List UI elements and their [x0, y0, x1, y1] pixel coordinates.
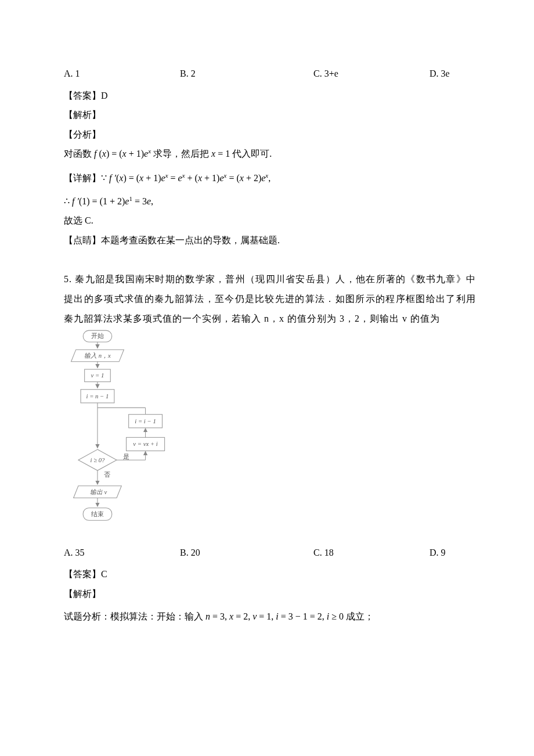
q5-eq5: ≥ 0 — [331, 611, 346, 621]
q4-option-a: A. 1 — [64, 64, 180, 84]
q5-jiexi: 【解析】 — [64, 584, 476, 604]
fc-step1: v = 1 — [91, 372, 104, 379]
q4-option-c: C. 3+e — [313, 64, 430, 84]
q4-xiangjie-line1: 【详解】∵ f ′(x) = (x + 1)ex = ex + (x + 1)e… — [64, 168, 476, 188]
fc-yes: 是 — [123, 453, 129, 460]
q5-eq4: = 3 − 1 = 2, — [281, 611, 327, 621]
fc-end: 结束 — [91, 510, 104, 517]
q4-option-d: D. 3e — [430, 64, 488, 84]
xj2-comma: , — [151, 196, 153, 206]
fenxi-plus1: + 1) — [127, 149, 144, 159]
fc-input: 输入 n，x — [84, 352, 111, 359]
q5-math2: x — [229, 611, 236, 621]
q5-option-b: B. 20 — [180, 543, 313, 563]
fenxi-eq1: = 1 — [218, 149, 232, 159]
fenxi-x1: x — [102, 149, 106, 159]
fc-step2: i = n − 1 — [86, 393, 109, 399]
xj2-e2: e — [147, 196, 151, 206]
dianqing-text: 本题考查函数在某一点出的导数，属基础题. — [101, 235, 280, 245]
fc-branch-body: v = vx + i — [133, 440, 157, 447]
xj-plus4: + 2) — [244, 173, 261, 183]
q5-options-row: A. 35 B. 20 C. 18 D. 9 — [64, 543, 476, 563]
xj-eq1: = — [168, 173, 178, 183]
xj-x3: x — [198, 173, 202, 183]
q5-text: 5. 秦九韶是我国南宋时期的数学家，普州（现四川省安岳县）人，他在所著的《数书九… — [64, 269, 476, 328]
q5-math3: v — [252, 611, 259, 621]
q5-eq2: = 2, — [236, 611, 252, 621]
q5-eq1: = 3, — [212, 611, 229, 621]
q4-fenxi-label: 【分析】 — [64, 125, 476, 145]
q4-options-row: A. 1 B. 2 C. 3+e D. 3e — [64, 64, 476, 84]
q5-answer: 【答案】C — [64, 564, 476, 584]
q5-block: 5. 秦九韶是我国南宋时期的数学家，普州（现四川省安岳县）人，他在所著的《数书九… — [64, 269, 476, 627]
page-content: A. 1 B. 2 C. 3+e D. 3e 【答案】D 【解析】 【分析】 对… — [0, 0, 534, 661]
fenxi-sup1: x — [148, 147, 151, 154]
xj-eq2: = ( — [226, 173, 239, 183]
fc-output: 输出 v — [90, 488, 107, 495]
xj2-f: f ′ — [72, 196, 79, 206]
q5-math1: n — [203, 611, 212, 621]
q4-jiexi: 【解析】 — [64, 105, 476, 125]
xj-plus2: + ( — [185, 173, 198, 183]
fc-no: 否 — [104, 471, 110, 478]
fc-branch-yes: i = i − 1 — [135, 417, 156, 424]
fenxi-paren2: ) = ( — [106, 149, 122, 159]
q5-option-d: D. 9 — [430, 543, 488, 563]
q5-number: 5. — [64, 274, 75, 284]
q5-fenxi-body: 试题分析：模拟算法：开始：输入 n = 3, x = 2, v = 1, i =… — [64, 607, 476, 627]
dianqing-label: 【点睛】 — [64, 235, 101, 245]
flowchart-icon: 开始 输入 n，x v = 1 i = n − 1 i = i − 1 — [62, 328, 172, 539]
fenxi-math1: f — [92, 149, 99, 159]
fenxi-pre: 对函数 — [64, 149, 92, 159]
fenxi-x2: x — [122, 149, 127, 159]
xj-plus1: + 1) — [143, 173, 161, 183]
xj-comma1: , — [268, 173, 270, 183]
q5-option-c: C. 18 — [313, 543, 430, 563]
q5-option-a: A. 35 — [64, 543, 180, 563]
fenxi-post: 求导，然后把 — [153, 149, 209, 159]
xj2-eq: = 3 — [132, 196, 147, 206]
q5-fenxi-label: 试题分析：模拟算法：开始：输入 — [64, 611, 203, 621]
q4-option-b: B. 2 — [180, 64, 313, 84]
xj-f1: f ′ — [109, 173, 116, 183]
xj-x4: x — [240, 173, 244, 183]
xiangjie-label: 【详解】 — [64, 173, 101, 183]
xj2-p1: (1) = (1 + 2) — [79, 196, 125, 206]
q5-fenxi-end: 成立； — [346, 611, 374, 621]
q5-math4: i — [276, 611, 280, 621]
because-symbol: ∵ — [101, 173, 109, 183]
q4-xiangjie-line2: ∴ f ′(1) = (1 + 2)e1 = 3e, — [64, 192, 476, 211]
fenxi-x3: x — [209, 149, 218, 159]
q4-answer: 【答案】D — [64, 86, 476, 106]
fc-cond: i ≥ 0? — [90, 456, 105, 463]
fenxi-end: 代入即可. — [232, 149, 272, 159]
therefore-symbol: ∴ — [64, 196, 72, 206]
xj-e2: e — [178, 173, 182, 183]
q4-gu: 故选 C. — [64, 211, 476, 231]
q4-dianqing: 【点睛】本题考查函数在某一点出的导数，属基础题. — [64, 231, 476, 250]
xj-e3: e — [219, 173, 223, 183]
q5-eq3: = 1, — [259, 611, 276, 621]
q4-fenxi-body: 对函数 f (x) = (x + 1)ex 求导，然后把 x = 1 代入即可. — [64, 144, 476, 164]
xj-plus3: + 1) — [202, 173, 219, 183]
q5-body: 秦九韶是我国南宋时期的数学家，普州（现四川省安岳县）人，他在所著的《数书九章》中… — [64, 274, 476, 323]
fc-start: 开始 — [91, 332, 104, 339]
xj-e1: e — [161, 173, 165, 183]
xj-p2: ) = ( — [123, 173, 139, 183]
